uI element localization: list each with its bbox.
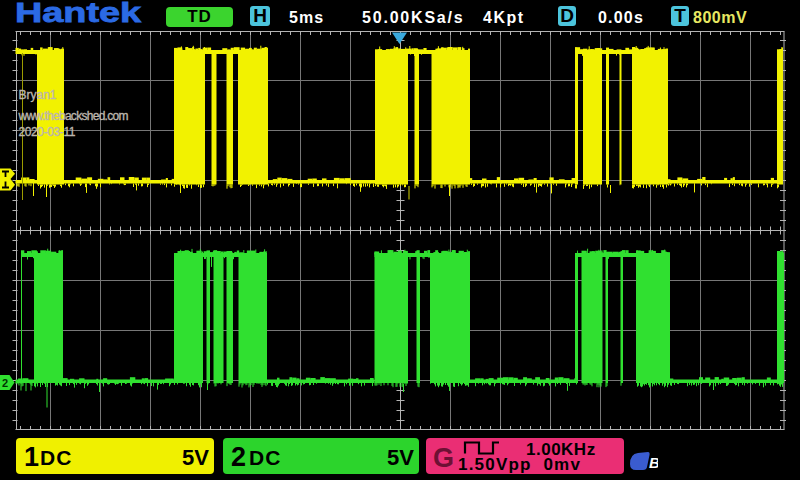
svg-text:B: B [649,454,658,471]
svg-text:Bryan1: Bryan1 [19,88,57,102]
svg-text:www.thebackshed.com: www.thebackshed.com [18,109,129,123]
svg-text:2: 2 [2,377,8,389]
svg-text:2020-03-11: 2020-03-11 [19,125,76,139]
